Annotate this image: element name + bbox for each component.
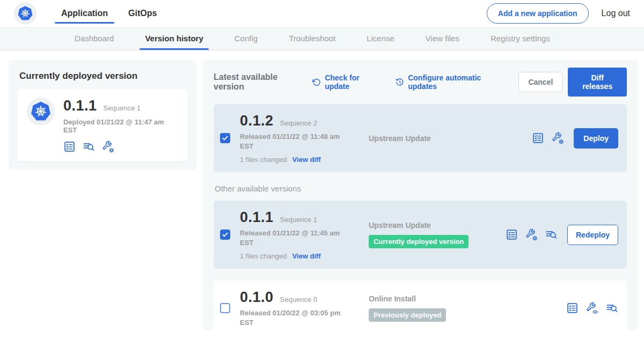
deployed-version-card: 0.1.1 Sequence 1 Deployed 01/21/22 @ 11:…: [17, 89, 188, 161]
edit-config-icon[interactable]: [552, 132, 564, 144]
subnav-version-history[interactable]: Version history: [145, 27, 203, 50]
diff-releases-button[interactable]: Diff releases: [568, 68, 627, 97]
version-checkbox[interactable]: [220, 230, 230, 240]
check-for-update-link[interactable]: Check for update: [312, 73, 382, 91]
logout-link[interactable]: Log out: [602, 9, 630, 18]
cancel-button[interactable]: Cancel: [518, 72, 562, 92]
app-subnav: Dashboard Version history Config Trouble…: [0, 27, 644, 50]
version-row-0-1-2: 0.1.2 Sequence 2 Released 01/21/22 @ 11:…: [214, 104, 627, 172]
view-config-icon[interactable]: [586, 302, 598, 314]
tab-application[interactable]: Application: [54, 0, 115, 27]
kubernetes-icon: [14, 2, 36, 25]
add-application-button[interactable]: Add a new application: [487, 3, 589, 24]
deployed-version-number: 0.1.1: [63, 98, 97, 114]
top-nav: Application GitOps Add a new application…: [0, 0, 644, 27]
preflight-checks-icon[interactable]: [63, 141, 76, 153]
sequence-label: Sequence 1: [280, 216, 317, 224]
view-diff-link[interactable]: View diff: [292, 156, 320, 164]
currently-deployed-panel: Currently deployed version 0.1.1 Sequenc…: [9, 60, 196, 170]
version-row-0-1-1: 0.1.1 Sequence 1 Released 01/21/22 @ 11:…: [214, 201, 627, 269]
deployed-version-details: 0.1.1 Sequence 1 Deployed 01/21/22 @ 11:…: [63, 98, 178, 153]
version-source-label: Upstream Update: [369, 134, 506, 143]
deployed-timestamp: Deployed 01/21/22 @ 11:47 am EST: [63, 118, 178, 134]
preflight-checks-icon[interactable]: [506, 228, 518, 241]
currently-deployed-title: Currently deployed version: [19, 71, 188, 82]
released-timestamp: Released 01/21/22 @ 11:45 am EST: [240, 228, 347, 247]
configure-updates-label: Configure automatic updates: [408, 73, 504, 91]
available-versions-panel: Latest available version Check for updat…: [203, 60, 638, 330]
files-changed-label: 1 files changed: [240, 156, 287, 164]
edit-config-icon[interactable]: [102, 141, 114, 153]
tab-gitops[interactable]: GitOps: [121, 0, 164, 27]
version-number: 0.1.1: [240, 209, 274, 226]
checkmark-icon: [222, 135, 229, 142]
version-source-label: Upstream Update: [369, 221, 506, 230]
view-logs-icon[interactable]: [606, 302, 618, 314]
version-checkbox[interactable]: [220, 133, 230, 143]
refresh-icon: [312, 78, 321, 87]
version-number: 0.1.2: [240, 113, 274, 129]
subnav-license[interactable]: License: [367, 27, 394, 50]
auto-update-icon: [396, 78, 404, 87]
view-diff-link[interactable]: View diff: [292, 252, 320, 260]
currently-deployed-badge: Currently deployed version: [369, 235, 469, 248]
deployed-sequence-label: Sequence 1: [104, 104, 141, 112]
sequence-label: Sequence 2: [280, 119, 317, 127]
subnav-troubleshoot[interactable]: Troubleshoot: [289, 27, 335, 50]
version-row-0-1-0: 0.1.0 Sequence 0 Released 01/20/22 @ 03:…: [214, 280, 627, 336]
main-content: Currently deployed version 0.1.1 Sequenc…: [0, 50, 644, 330]
released-timestamp: Released 01/20/22 @ 03:05 pm EST: [240, 308, 347, 327]
preflight-checks-icon[interactable]: [532, 132, 544, 144]
subnav-view-files[interactable]: View files: [426, 27, 459, 50]
subnav-registry-settings[interactable]: Registry settings: [491, 27, 550, 50]
view-logs-icon[interactable]: [545, 228, 558, 241]
view-logs-icon[interactable]: [83, 141, 95, 153]
version-number: 0.1.0: [240, 289, 274, 306]
sequence-label: Sequence 0: [280, 295, 317, 304]
check-for-update-label: Check for update: [325, 73, 382, 91]
configure-automatic-updates-link[interactable]: Configure automatic updates: [396, 73, 504, 91]
kubernetes-icon: [27, 98, 55, 125]
version-source-label: Online Install: [369, 294, 506, 303]
released-timestamp: Released 01/21/22 @ 11:48 am EST: [240, 132, 347, 151]
files-changed-label: 1 files changed: [240, 252, 287, 260]
latest-available-title: Latest available version: [214, 72, 304, 92]
previously-deployed-badge: Previously deployed: [369, 308, 446, 322]
version-checkbox[interactable]: [220, 303, 230, 313]
subnav-dashboard[interactable]: Dashboard: [75, 27, 114, 50]
other-available-versions-title: Other available versions: [215, 184, 627, 193]
checkmark-icon: [222, 231, 229, 238]
preflight-checks-icon[interactable]: [566, 302, 579, 314]
subnav-config[interactable]: Config: [235, 27, 258, 50]
edit-config-icon[interactable]: [525, 228, 538, 241]
deploy-button[interactable]: Deploy: [574, 128, 618, 149]
redeploy-button[interactable]: Redeploy: [567, 225, 618, 245]
